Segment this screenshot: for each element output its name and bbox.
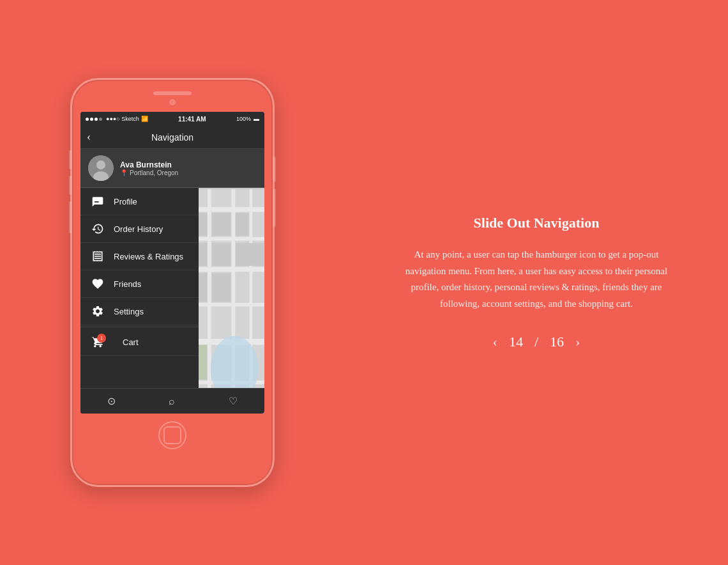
phone-frame: ●●●○ Sketch 📶 11:41 AM 100% ▬ ‹ Navigati… [70, 78, 275, 487]
pagination-current: 14 [509, 334, 523, 350]
svg-rect-15 [236, 213, 249, 236]
svg-rect-22 [199, 344, 207, 379]
signal-dot-2 [90, 118, 93, 121]
home-button-inner [163, 426, 181, 444]
time-display: 11:41 AM [178, 116, 206, 123]
menu-item-profile[interactable]: Profile [80, 188, 199, 215]
menu-item-reviews[interactable]: Reviews & Ratings [80, 243, 199, 270]
svg-rect-18 [236, 243, 264, 266]
battery-label: 100% [236, 116, 251, 122]
section-title: Slide Out Navigation [474, 215, 600, 231]
carrier-label: ●●●○ Sketch [106, 116, 139, 122]
home-button[interactable] [158, 421, 186, 449]
heart-tab-icon[interactable]: ♡ [229, 395, 238, 407]
settings-label: Settings [114, 307, 144, 316]
phone-screen: ●●●○ Sketch 📶 11:41 AM 100% ▬ ‹ Navigati… [80, 112, 264, 414]
order-history-label: Order History [114, 224, 163, 234]
reviews-icon [91, 249, 105, 263]
cart-icon-wrap: 1 [91, 335, 105, 349]
nav-bar: ‹ Navigation [80, 126, 264, 149]
back-button[interactable]: ‹ [87, 130, 91, 144]
svg-rect-20 [212, 273, 231, 302]
map-background [199, 188, 264, 414]
navigation-drawer: Ava Burnstein 📍 Portland, Oregon [80, 149, 264, 414]
pagination: ‹ 14 / 16 › [493, 334, 580, 350]
user-avatar [88, 155, 114, 181]
menu-item-order-history[interactable]: Order History [80, 215, 199, 243]
user-name: Ava Burnstein [120, 160, 178, 169]
volume-up-button [69, 176, 72, 195]
drawer-content: Profile Order History [80, 188, 264, 414]
power-button [273, 157, 276, 182]
cart-badge: 1 [97, 334, 106, 343]
svg-rect-10 [208, 189, 211, 414]
status-right: 100% ▬ [236, 116, 259, 122]
status-bar: ●●●○ Sketch 📶 11:41 AM 100% ▬ [80, 112, 264, 126]
location-pin-icon: 📍 [120, 169, 128, 176]
menu-item-cart[interactable]: 1 Cart [80, 329, 199, 356]
compass-tab-icon[interactable]: ⊙ [107, 395, 116, 407]
settings-icon [91, 304, 105, 318]
menu-item-settings[interactable]: Settings [80, 298, 199, 325]
search-tab-icon[interactable]: ⌕ [169, 396, 175, 407]
svg-rect-14 [212, 213, 231, 236]
friends-label: Friends [114, 279, 141, 289]
svg-point-1 [96, 160, 105, 169]
svg-rect-16 [199, 243, 207, 266]
wifi-icon: 📶 [141, 116, 148, 122]
status-left: ●●●○ Sketch 📶 [86, 116, 148, 122]
svg-rect-13 [199, 213, 207, 236]
signal-dot-3 [95, 118, 98, 121]
user-section: Ava Burnstein 📍 Portland, Oregon [80, 149, 264, 188]
pagination-separator: / [535, 334, 538, 350]
tab-bar: ⊙ ⌕ ♡ [80, 388, 264, 414]
drawer-menu: Profile Order History [80, 188, 199, 414]
next-page-button[interactable]: › [575, 334, 580, 350]
profile-label: Profile [114, 197, 137, 206]
volume-button [273, 189, 276, 227]
content-panel: Slide Out Navigation At any point, a use… [370, 189, 702, 376]
mute-button [69, 150, 72, 169]
cart-label: Cart [123, 337, 139, 347]
nav-title: Navigation [151, 132, 193, 143]
volume-down-button [69, 201, 72, 233]
user-location: 📍 Portland, Oregon [120, 169, 178, 176]
signal-dot-4 [99, 118, 102, 121]
pagination-total: 16 [550, 334, 564, 350]
friends-icon [91, 277, 105, 291]
battery-icon: ▬ [254, 116, 259, 122]
order-history-icon [91, 222, 105, 236]
reviews-label: Reviews & Ratings [114, 252, 183, 261]
profile-icon [91, 194, 105, 208]
phone-speaker [153, 91, 192, 95]
section-description: At any point, a user can tap the hamburg… [396, 247, 677, 312]
signal-dot-1 [86, 118, 89, 121]
phone-mockup: ●●●○ Sketch 📶 11:41 AM 100% ▬ ‹ Navigati… [26, 20, 319, 545]
menu-divider [80, 327, 199, 327]
signal-dots [86, 118, 102, 121]
phone-camera [169, 99, 176, 105]
svg-rect-17 [212, 243, 231, 266]
user-info: Ava Burnstein 📍 Portland, Oregon [120, 160, 178, 176]
menu-item-friends[interactable]: Friends [80, 270, 199, 298]
prev-page-button[interactable]: ‹ [493, 334, 497, 350]
svg-rect-19 [199, 273, 207, 302]
